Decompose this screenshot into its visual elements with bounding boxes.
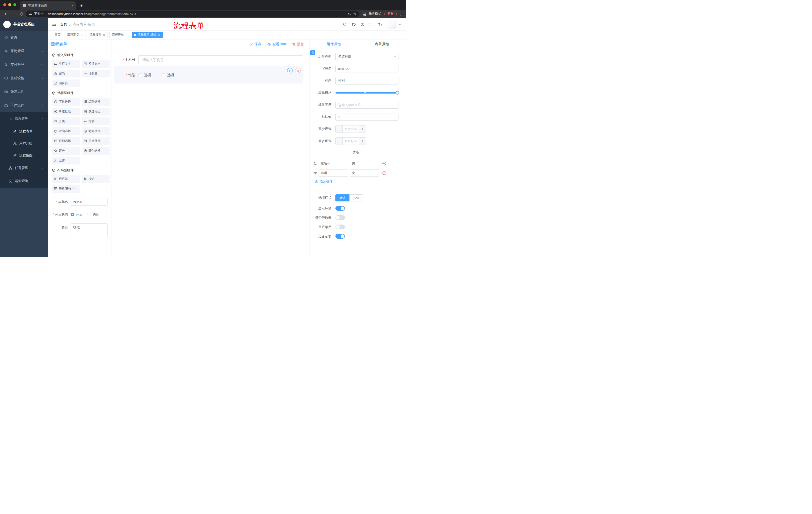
sidebar-item-process-form[interactable]: 流程表单 <box>0 125 48 137</box>
close-tag-icon[interactable] <box>103 34 105 36</box>
increase-button[interactable] <box>359 126 366 133</box>
palette-item[interactable]: 单行文本 <box>52 60 80 67</box>
sidebar-item-workflow[interactable]: 工作流程 <box>0 99 48 112</box>
minimize-window-button[interactable] <box>8 3 11 6</box>
min-select-value[interactable]: 至少应选 <box>343 126 359 133</box>
decrease-button[interactable] <box>336 138 343 144</box>
form-canvas[interactable]: 手机号 性别 选项一 <box>112 49 310 257</box>
slider-track[interactable] <box>336 92 399 93</box>
browser-tab[interactable]: 芋道管理系统 <box>20 1 76 10</box>
search-icon[interactable] <box>343 22 347 26</box>
sidebar-item-home[interactable]: 首页 <box>0 31 48 44</box>
tab-component-props[interactable]: 组件属性 <box>310 39 358 49</box>
palette-item[interactable]: 表格[开发中] <box>52 185 80 193</box>
window-controls[interactable] <box>3 3 16 6</box>
palette-item[interactable]: 密码 <box>52 70 80 77</box>
component-type-value[interactable] <box>336 53 399 60</box>
add-option-button[interactable]: 添加选项 <box>315 180 399 184</box>
url-text[interactable]: dashboard.yudao.iocoder.cn/bpm/manager/f… <box>48 12 137 16</box>
clear-button[interactable]: 清空 <box>292 42 304 47</box>
palette-item[interactable]: 123计数器 <box>82 70 110 77</box>
decrease-button[interactable] <box>336 126 343 133</box>
view-json-button[interactable]: 查看json <box>267 42 286 47</box>
user-menu[interactable] <box>387 20 402 29</box>
drag-handle-icon[interactable] <box>313 171 317 175</box>
option-label-input[interactable] <box>319 169 348 177</box>
label-width-input[interactable] <box>336 101 399 109</box>
sidebar-item-infra[interactable]: 基础设施 <box>0 72 48 85</box>
palette-item[interactable]: 日期选择 <box>52 137 80 145</box>
github-icon[interactable] <box>352 22 356 26</box>
sidebar-item-process-model[interactable]: 流程模型 <box>0 150 48 161</box>
component-type-select[interactable] <box>336 53 399 60</box>
form-name-input[interactable] <box>70 198 108 206</box>
palette-item[interactable]: 时间选择 <box>52 127 80 135</box>
sidebar-item-user-group[interactable]: 用户分组 <box>0 137 48 150</box>
sidebar-logo[interactable]: 芋道管理系统 <box>0 18 48 31</box>
palette-item[interactable]: 编辑器 <box>52 79 80 87</box>
palette-item[interactable]: 单选框组 <box>52 108 80 115</box>
phone-field-input[interactable] <box>139 55 303 64</box>
gender-field-row[interactable]: 性别 选项一 选项二 <box>114 73 303 77</box>
radio-status-off[interactable]: 关闭 <box>87 212 99 217</box>
forward-button[interactable] <box>10 11 17 17</box>
tag-process-form-edit[interactable]: 流程表单-编辑 <box>132 32 163 38</box>
grid-span-slider[interactable] <box>336 89 399 97</box>
palette-item[interactable]: 时间范围 <box>82 127 110 135</box>
sidebar-item-task-mgmt[interactable]: 任务管理 <box>0 161 48 174</box>
reload-button[interactable] <box>18 11 25 17</box>
palette-item[interactable]: 多行文本 <box>82 60 110 67</box>
zoom-window-button[interactable] <box>13 3 16 6</box>
field-name-input[interactable] <box>336 65 399 73</box>
option-label-input[interactable] <box>319 160 348 167</box>
selected-component-gender[interactable]: 性别 选项一 选项二 <box>114 66 303 83</box>
save-button[interactable]: 保存 <box>249 42 261 47</box>
palette-item[interactable]: 滑块 <box>82 117 110 125</box>
copy-component-button[interactable] <box>287 68 293 74</box>
new-tab-button[interactable] <box>78 2 85 9</box>
toggle-switch[interactable] <box>336 206 345 211</box>
palette-item[interactable]: 日期范围 <box>82 137 110 145</box>
sidebar-item-leave-query[interactable]: 请假查询 <box>0 174 48 188</box>
close-tag-icon[interactable] <box>158 34 160 36</box>
avatar[interactable] <box>387 20 397 29</box>
help-icon[interactable] <box>360 22 365 26</box>
toggle-switch[interactable] <box>336 215 345 220</box>
radio-status-on[interactable]: 开启 <box>70 212 82 217</box>
gender-option-2-checkbox[interactable]: 选项二 <box>162 73 178 77</box>
close-tag-icon[interactable] <box>80 34 83 36</box>
remove-option-icon[interactable] <box>382 161 386 166</box>
title-input[interactable] <box>336 77 399 84</box>
tag-home[interactable]: 首页 <box>52 32 63 38</box>
palette-item[interactable]: 级联选择 <box>82 98 110 106</box>
sidebar-item-system[interactable]: 系统管理 <box>0 44 48 58</box>
tab-form-props[interactable]: 表单属性 <box>358 39 406 49</box>
browser-update-button[interactable]: 更新 <box>384 11 397 17</box>
tag-process-definition[interactable]: 流程定义 <box>64 32 85 38</box>
collapse-sidebar-icon[interactable] <box>52 22 56 26</box>
gender-option-1-checkbox[interactable]: 选项一 <box>139 73 154 77</box>
palette-item[interactable]: 行容器 <box>52 175 80 183</box>
palette-item[interactable]: 开关 <box>52 117 80 125</box>
phone-field-row[interactable]: 手机号 <box>114 55 303 64</box>
browser-menu-icon[interactable] <box>398 12 404 16</box>
delete-component-button[interactable] <box>295 68 300 74</box>
toggle-switch[interactable] <box>336 224 345 229</box>
style-button-button[interactable]: 按钮 <box>349 194 363 201</box>
tag-process-model[interactable]: 流程模型 <box>87 32 108 38</box>
back-button[interactable] <box>2 11 9 17</box>
font-size-icon[interactable]: TT <box>378 22 382 26</box>
sidebar-item-process-mgmt[interactable]: 流程管理 <box>0 112 48 125</box>
default-value-input[interactable] <box>336 113 399 121</box>
toggle-switch[interactable] <box>336 234 345 239</box>
tab-close-icon[interactable] <box>71 4 74 7</box>
palette-item[interactable]: 多选框组 <box>82 108 110 115</box>
palette-item[interactable]: 下拉选择 <box>52 98 80 106</box>
sidebar-item-payment[interactable]: 支付管理 <box>0 58 48 72</box>
fullscreen-icon[interactable] <box>369 22 373 26</box>
tag-process-form[interactable]: 流程表单 <box>109 32 130 38</box>
palette-item[interactable]: 按钮 <box>82 175 110 183</box>
drag-handle-icon[interactable] <box>313 162 317 165</box>
max-select-value[interactable]: 最多可选 <box>343 138 359 144</box>
palette-item[interactable]: 颜色选择 <box>82 147 110 155</box>
